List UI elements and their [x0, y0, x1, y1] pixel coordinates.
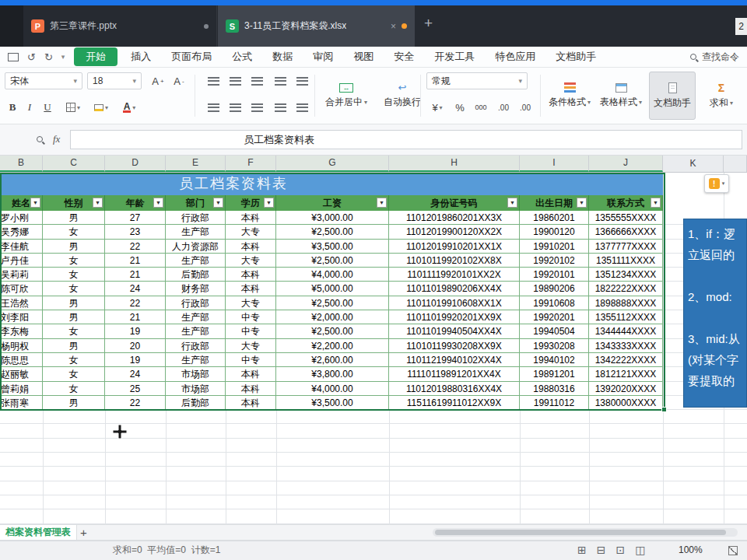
column-header-B[interactable]: B	[0, 156, 43, 172]
table-header-6[interactable]: 身份证号码▼	[389, 195, 520, 211]
home-button[interactable]	[0, 5, 23, 47]
filter-dropdown-icon[interactable]: ▼	[30, 198, 40, 208]
menu-tab-6[interactable]: 安全	[384, 50, 424, 64]
table-header-5[interactable]: 工资▼	[276, 195, 389, 211]
table-cell[interactable]: 女	[43, 367, 105, 381]
undo-icon[interactable]: ↺	[27, 51, 36, 63]
table-cell[interactable]: 大专	[226, 296, 276, 310]
table-cell[interactable]: 23	[105, 225, 166, 239]
table-cell[interactable]: 21	[105, 268, 166, 282]
table-cell[interactable]: 财务部	[166, 282, 226, 296]
table-cell[interactable]: 本科	[226, 367, 276, 381]
conditional-format-button[interactable]: 条件格式▾	[545, 72, 594, 120]
merge-center-button[interactable]: ↔ 合并居中▾	[319, 72, 374, 120]
table-cell[interactable]: 女	[43, 268, 105, 282]
tab-close-icon[interactable]: ×	[391, 22, 396, 31]
table-cell[interactable]: 11011019910608XX1X	[389, 296, 520, 310]
table-cell[interactable]: ¥5,000.00	[276, 282, 389, 296]
table-cell[interactable]: ¥3,800.00	[276, 367, 389, 381]
table-cell[interactable]: 女	[43, 254, 105, 268]
thousand-separator-button[interactable]: 000	[470, 98, 492, 117]
table-header-1[interactable]: 性别▼	[43, 195, 105, 211]
table-cell[interactable]: 1392020XXXX	[589, 382, 663, 396]
justify-button[interactable]	[271, 98, 289, 117]
table-cell[interactable]: 后勤部	[166, 268, 226, 282]
table-cell[interactable]: 19940504	[520, 324, 589, 338]
table-cell[interactable]: 11011019940504XX4X	[389, 324, 520, 338]
align-left-button[interactable]	[204, 98, 223, 117]
column-header-F[interactable]: F	[226, 156, 276, 172]
table-cell[interactable]: 中专	[226, 353, 276, 367]
table-cell[interactable]: 11011119920101XX2X	[389, 268, 520, 282]
table-cell[interactable]: 27	[105, 211, 166, 225]
table-cell[interactable]: 吴秀娜	[0, 225, 43, 239]
table-cell[interactable]: 男	[43, 240, 105, 254]
table-cell[interactable]: 男	[43, 310, 105, 324]
table-cell[interactable]: 1822222XXXX	[589, 282, 663, 296]
table-cell[interactable]: 19920102	[520, 254, 589, 268]
table-cell[interactable]: 女	[43, 282, 105, 296]
table-cell[interactable]: 1898888XXXX	[589, 296, 663, 310]
column-header-H[interactable]: H	[389, 156, 520, 172]
table-cell[interactable]: ¥3,500.00	[276, 240, 389, 254]
menu-tab-4[interactable]: 审阅	[303, 50, 343, 64]
filter-dropdown-icon[interactable]: ▼	[213, 198, 223, 208]
table-cell[interactable]: 人力资源部	[166, 240, 226, 254]
table-cell[interactable]: 陈思思	[0, 353, 43, 367]
filter-dropdown-icon[interactable]: ▼	[264, 198, 274, 208]
increase-decimal-button[interactable]: .00	[493, 98, 514, 117]
table-cell[interactable]: 本科	[226, 268, 276, 282]
tab-close-dot[interactable]	[204, 24, 209, 29]
column-header-I[interactable]: I	[520, 156, 589, 172]
formula-input[interactable]: 员工档案资料表	[70, 130, 742, 149]
bold-button[interactable]: B	[5, 98, 20, 117]
borders-button[interactable]: ▾	[61, 98, 86, 117]
redo-icon[interactable]: ↻	[44, 51, 53, 63]
document-tab-xlsx-active[interactable]: S 3-11员工资料档案袋.xlsx ×	[218, 5, 415, 47]
find-command[interactable]: 查找命令	[689, 47, 747, 68]
table-cell[interactable]: 19920101	[520, 268, 589, 282]
table-cell[interactable]: 大专	[226, 254, 276, 268]
table-cell[interactable]: 11010119930208XX9X	[389, 339, 520, 353]
table-cell[interactable]: 行政部	[166, 339, 226, 353]
column-header-E[interactable]: E	[166, 156, 226, 172]
table-cell[interactable]: ¥2,500.00	[276, 296, 389, 310]
table-cell[interactable]: 本科	[226, 382, 276, 396]
filter-dropdown-icon[interactable]: ▼	[93, 198, 103, 208]
table-cell[interactable]: 11012019900120XX2X	[389, 225, 520, 239]
align-bottom-button[interactable]	[247, 72, 266, 90]
add-sheet-button[interactable]: +	[80, 525, 87, 540]
table-cell[interactable]: 11010119920102XX8X	[389, 254, 520, 268]
table-cell[interactable]: ¥3,000.00	[276, 211, 389, 225]
font-color-button[interactable]: A▾	[117, 98, 142, 117]
table-cell[interactable]: 24	[105, 367, 166, 381]
table-cell[interactable]: 女	[43, 225, 105, 239]
table-cell[interactable]: 刘李阳	[0, 310, 43, 324]
table-cell[interactable]: 罗小刚	[0, 211, 43, 225]
table-cell[interactable]: 生产部	[166, 225, 226, 239]
fill-color-button[interactable]: ▾	[89, 98, 114, 117]
table-cell[interactable]: 男	[43, 211, 105, 225]
table-cell[interactable]: 19940102	[520, 353, 589, 367]
page-layout-icon[interactable]: ⊟	[597, 541, 606, 559]
wrap-text-button[interactable]: ↩ 自动换行	[378, 72, 426, 120]
table-header-0[interactable]: 姓名▼	[0, 195, 43, 211]
table-cell[interactable]: 女	[43, 324, 105, 338]
table-cell[interactable]: 赵丽敏	[0, 367, 43, 381]
menu-tab-home[interactable]: 开始	[74, 47, 117, 66]
table-cell[interactable]: 21	[105, 254, 166, 268]
table-cell[interactable]: ¥2,000.00	[276, 310, 389, 324]
table-cell[interactable]: 生产部	[166, 353, 226, 367]
table-cell[interactable]: 市场部	[166, 382, 226, 396]
table-cell[interactable]: 19	[105, 324, 166, 338]
percent-button[interactable]: %	[451, 98, 468, 117]
table-title-row[interactable]: 员工档案资料表	[0, 173, 663, 195]
zoom-level[interactable]: 100%	[679, 541, 703, 559]
table-cell[interactable]: 19	[105, 353, 166, 367]
table-cell[interactable]: ¥4,000.00	[276, 382, 389, 396]
sheet-tab-active[interactable]: 档案资料管理表	[0, 525, 77, 540]
filter-dropdown-icon[interactable]: ▼	[153, 198, 163, 208]
table-header-8[interactable]: 联系方式▼	[589, 195, 663, 211]
table-cell[interactable]: 曾莉娟	[0, 382, 43, 396]
table-cell[interactable]: ¥2,200.00	[276, 339, 389, 353]
